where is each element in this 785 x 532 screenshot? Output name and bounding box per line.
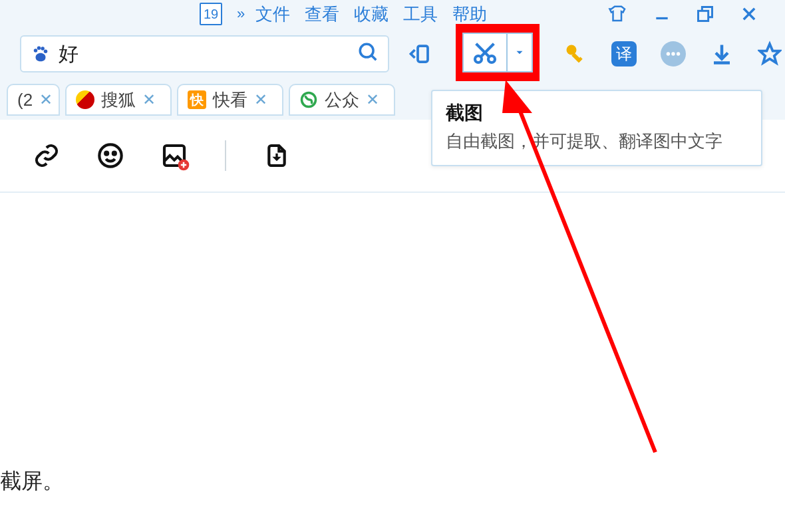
svg-marker-22 — [760, 44, 780, 63]
svg-point-25 — [105, 152, 108, 155]
sohu-favicon-icon — [76, 90, 94, 109]
tab[interactable]: (2 ✕ — [7, 84, 60, 116]
svg-point-4 — [34, 49, 38, 53]
tab[interactable]: 搜狐 ✕ — [65, 84, 172, 116]
tab-label: (2 — [17, 90, 33, 110]
content-text: 截屏。 — [0, 467, 64, 496]
search-input[interactable] — [59, 43, 357, 65]
screenshot-button[interactable] — [464, 34, 508, 71]
screenshot-tooltip: 截图 自由截图，并可提取、翻译图中文字 — [431, 90, 762, 166]
divider — [225, 140, 226, 171]
tab-label: 搜狐 — [101, 88, 136, 112]
download-icon[interactable] — [710, 42, 734, 66]
tooltip-title: 截图 — [446, 100, 748, 126]
svg-point-8 — [360, 44, 373, 57]
tab-close-icon[interactable]: ✕ — [366, 90, 379, 109]
restore-icon[interactable] — [696, 5, 714, 23]
emoji-icon[interactable] — [97, 142, 124, 169]
tab-close-icon[interactable]: ✕ — [254, 90, 267, 109]
page-content: 截屏。 — [0, 221, 785, 532]
svg-point-5 — [37, 47, 41, 51]
chevrons-right-icon[interactable]: » — [237, 5, 241, 23]
tab-close-icon[interactable]: ✕ — [39, 90, 53, 109]
menu-help[interactable]: 帮助 — [452, 3, 487, 26]
svg-point-20 — [677, 52, 680, 55]
calendar-date-icon[interactable]: 19 — [200, 3, 222, 25]
close-icon[interactable] — [740, 5, 758, 23]
svg-line-9 — [371, 55, 376, 60]
star-icon[interactable] — [758, 42, 782, 66]
export-file-icon[interactable] — [263, 142, 290, 169]
link-icon[interactable] — [33, 142, 60, 169]
tab-label: 快看 — [213, 88, 247, 112]
svg-point-24 — [99, 144, 121, 166]
baidu-paw-icon — [29, 43, 52, 65]
key-icon[interactable] — [563, 42, 587, 66]
svg-point-6 — [41, 47, 45, 51]
menu-file[interactable]: 文件 — [255, 3, 290, 26]
sidebar-toggle-icon[interactable] — [408, 42, 432, 66]
menu-view[interactable]: 查看 — [305, 3, 339, 26]
svg-point-7 — [44, 50, 48, 54]
tooltip-description: 自由截图，并可提取、翻译图中文字 — [446, 130, 748, 153]
screenshot-dropdown-icon[interactable] — [508, 34, 532, 71]
svg-point-19 — [671, 52, 675, 55]
add-image-icon[interactable] — [161, 142, 188, 169]
search-icon[interactable] — [357, 41, 380, 66]
svg-rect-1 — [699, 11, 708, 21]
skin-icon[interactable] — [608, 4, 628, 24]
wechat-favicon-icon — [299, 90, 318, 109]
tab-close-icon[interactable]: ✕ — [142, 90, 156, 109]
menu-favorites[interactable]: 收藏 — [354, 3, 389, 26]
svg-point-18 — [667, 52, 670, 55]
address-toolbar: 译 — [0, 28, 785, 80]
screenshot-button-highlight — [456, 24, 540, 81]
more-icon[interactable] — [661, 41, 686, 66]
tab-label: 公众 — [325, 88, 359, 112]
search-box[interactable] — [20, 35, 389, 72]
translate-icon[interactable]: 译 — [611, 41, 637, 66]
svg-point-26 — [113, 152, 116, 155]
menu-bar: 19 » 文件 查看 收藏 工具 帮助 — [0, 0, 785, 28]
svg-rect-10 — [418, 46, 428, 62]
tab[interactable]: 快 快看 ✕ — [177, 84, 283, 116]
tab[interactable]: 公众 ✕ — [289, 84, 395, 116]
toolbar-icons: 译 — [408, 27, 782, 81]
minimize-icon[interactable] — [653, 5, 671, 23]
menu-tools[interactable]: 工具 — [403, 3, 438, 26]
kuaikan-favicon-icon: 快 — [188, 90, 206, 109]
